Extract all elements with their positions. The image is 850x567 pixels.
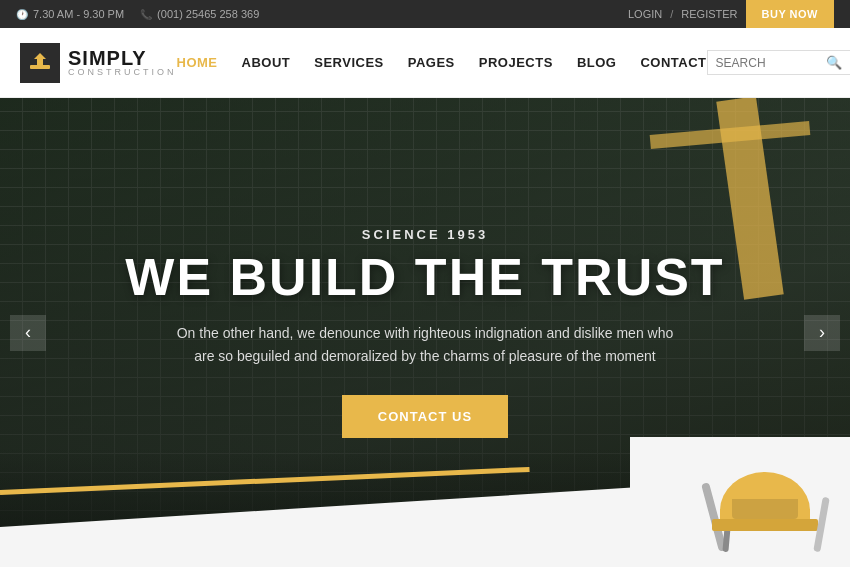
svg-marker-2 — [34, 53, 46, 59]
logo-icon — [20, 43, 60, 83]
hard-hat — [710, 467, 830, 557]
search-box[interactable]: 🔍 — [707, 50, 850, 75]
login-link[interactable]: LOGIN — [628, 8, 662, 20]
top-bar-actions: LOGIN / REGISTER BUY NOW — [628, 0, 834, 28]
logo-text: SIMPLY CONSTRUCTION — [68, 48, 177, 77]
search-icon[interactable]: 🔍 — [826, 55, 842, 70]
hero-prev-button[interactable]: ‹ — [10, 315, 46, 351]
top-bar-info: 🕐 7.30 AM - 9.30 PM 📞 (001) 25465 258 36… — [16, 8, 259, 20]
divider: / — [670, 8, 673, 20]
hours-text: 7.30 AM - 9.30 PM — [33, 8, 124, 20]
hero-title: WE BUILD THE TRUST — [125, 250, 724, 305]
nav-contact[interactable]: CONTACT — [640, 55, 706, 70]
main-nav: HOME ABOUT SERVICES PAGES PROJECTS BLOG … — [177, 55, 707, 70]
nav-pages[interactable]: PAGES — [408, 55, 455, 70]
hero-section: SCIENCE 1953 WE BUILD THE TRUST On the o… — [0, 98, 850, 567]
register-link[interactable]: REGISTER — [681, 8, 737, 20]
hat-inner — [732, 499, 798, 519]
hat-brim — [712, 519, 818, 531]
tools-illustration — [630, 437, 850, 567]
header: SIMPLY CONSTRUCTION HOME ABOUT SERVICES … — [0, 28, 850, 98]
buy-now-button[interactable]: BUY NOW — [746, 0, 834, 28]
hours-info: 🕐 7.30 AM - 9.30 PM — [16, 8, 124, 20]
nav-projects[interactable]: PROJECTS — [479, 55, 553, 70]
brand-sub: CONSTRUCTION — [68, 68, 177, 77]
logo[interactable]: SIMPLY CONSTRUCTION — [20, 43, 177, 83]
nav-about[interactable]: ABOUT — [242, 55, 291, 70]
top-bar: 🕐 7.30 AM - 9.30 PM 📞 (001) 25465 258 36… — [0, 0, 850, 28]
hero-next-button[interactable]: › — [804, 315, 840, 351]
phone-text: (001) 25465 258 369 — [157, 8, 259, 20]
contact-us-button[interactable]: CONTACT US — [342, 395, 508, 438]
phone-info: 📞 (001) 25465 258 369 — [140, 8, 259, 20]
svg-rect-0 — [30, 65, 50, 69]
phone-icon: 📞 — [140, 9, 152, 20]
nav-home[interactable]: HOME — [177, 55, 218, 70]
hero-description: On the other hand, we denounce with righ… — [165, 322, 685, 367]
brand-name: SIMPLY — [68, 48, 177, 68]
hero-subtitle: SCIENCE 1953 — [362, 227, 488, 242]
construction-icon — [28, 51, 52, 75]
nav-services[interactable]: SERVICES — [314, 55, 384, 70]
search-input[interactable] — [716, 56, 826, 70]
clock-icon: 🕐 — [16, 9, 28, 20]
nav-blog[interactable]: BLOG — [577, 55, 617, 70]
